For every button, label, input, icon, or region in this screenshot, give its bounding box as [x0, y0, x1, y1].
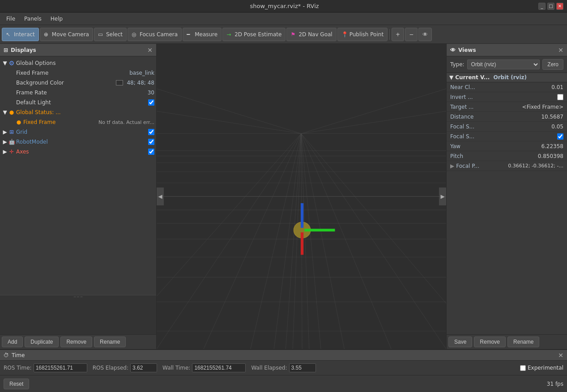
timebar-header: ⏱ Time ✕ — [0, 350, 567, 361]
near-cl-row[interactable]: Near Cl... 0.01 — [447, 82, 567, 92]
measure-button[interactable]: ━ Measure — [183, 28, 222, 41]
camera-icon: 👁 — [422, 31, 428, 38]
axes-expand[interactable]: ▶ — [2, 149, 8, 155]
move-camera-icon: ⊕ — [44, 31, 50, 38]
publish-point-button[interactable]: 📍 Publish Point — [337, 28, 388, 41]
distance-row[interactable]: Distance 10.5687 — [447, 112, 567, 122]
measure-icon: ━ — [187, 31, 193, 38]
views-section-expand[interactable]: ▼ — [449, 74, 453, 81]
select-button[interactable]: ▭ Select — [94, 28, 127, 41]
axes-checkbox[interactable] — [148, 149, 154, 155]
yaw-row[interactable]: Yaw 6.22358 — [447, 141, 567, 151]
menu-file[interactable]: File — [2, 14, 20, 24]
robotmodel-checkbox[interactable] — [148, 139, 154, 145]
experimental-checkbox[interactable] — [520, 365, 526, 371]
experimental-field: Experimental — [520, 365, 563, 371]
views-panel-close[interactable]: ✕ — [558, 47, 563, 54]
frame-rate-row[interactable]: Frame Rate 30 — [0, 88, 156, 98]
axes-row[interactable]: ▶ ✛ Axes — [0, 147, 156, 157]
target-row[interactable]: Target ... <Fixed Frame> — [447, 102, 567, 112]
time-icon: ⏱ — [4, 352, 9, 358]
views-type-select[interactable]: Orbit (rviz) — [467, 60, 540, 69]
rename-display-button[interactable]: Rename — [94, 337, 126, 347]
pitch-row[interactable]: Pitch 0.850398 — [447, 151, 567, 161]
3d-viewport[interactable]: ◀ ▶ — [157, 44, 446, 349]
global-status-label: Global Status: ... — [16, 109, 154, 115]
global-status-expand[interactable]: ▼ — [2, 109, 8, 115]
global-status-row[interactable]: ▼ ● Global Status: ... — [0, 107, 156, 117]
move-camera-button[interactable]: ⊕ Move Camera — [40, 28, 93, 41]
save-view-button[interactable]: Save — [448, 337, 472, 347]
remove-display-button[interactable]: Remove — [60, 337, 92, 347]
global-status-icon: ● — [8, 109, 15, 116]
focus-camera-icon: ◎ — [132, 31, 138, 38]
panel-extra-area — [0, 298, 156, 334]
focal-s2-row[interactable]: Focal S... — [447, 132, 567, 141]
grid-checkbox[interactable] — [148, 129, 154, 135]
viewport-canvas[interactable]: ◀ ▶ — [157, 44, 446, 349]
grid-expand[interactable]: ▶ — [2, 129, 8, 135]
grid-row[interactable]: ▶ ⊞ Grid — [0, 127, 156, 137]
pose-estimate-button[interactable]: → 2D Pose Estimate — [222, 28, 286, 41]
focal-p-expand[interactable]: ▶ — [450, 163, 454, 169]
focal-p-value: 0.36612; -0.36612; -... — [508, 163, 563, 169]
invert-row[interactable]: Invert ... — [447, 92, 567, 102]
displays-panel-close[interactable]: ✕ — [147, 47, 153, 54]
views-panel-title-row: 👁 Views — [450, 47, 476, 53]
focus-camera-button[interactable]: ◎ Focus Camera — [128, 28, 182, 41]
wall-elapsed-input[interactable] — [289, 363, 316, 372]
wall-time-input[interactable] — [192, 363, 246, 372]
focal-s2-checkbox[interactable] — [557, 133, 563, 140]
robotmodel-expand[interactable]: ▶ — [2, 139, 8, 145]
global-options-label: Global Options — [16, 60, 154, 66]
maximize-button[interactable]: □ — [547, 3, 554, 10]
ros-time-input[interactable] — [34, 363, 87, 372]
duplicate-display-button[interactable]: Duplicate — [25, 337, 59, 347]
reset-button[interactable]: Reset — [4, 379, 29, 389]
focus-camera-label: Focus Camera — [140, 31, 178, 38]
frame-rate-label: Frame Rate — [16, 89, 146, 96]
focal-s1-row[interactable]: Focal S... 0.05 — [447, 122, 567, 132]
invert-checkbox[interactable] — [557, 94, 563, 100]
window-controls[interactable]: _ □ ✕ — [538, 3, 563, 10]
viewport-scroll-right[interactable]: ▶ — [439, 187, 446, 205]
menu-help[interactable]: Help — [46, 14, 67, 24]
rename-view-button[interactable]: Rename — [507, 337, 539, 347]
viewport-scroll-left[interactable]: ◀ — [157, 187, 164, 205]
add-btn[interactable]: + — [392, 28, 404, 41]
menu-panels[interactable]: Panels — [20, 14, 46, 24]
fixed-frame-status-icon: ● — [15, 119, 22, 126]
fixed-frame-row[interactable]: Fixed Frame base_link — [0, 68, 156, 78]
bg-color-label: Background Color — [16, 80, 116, 86]
views-section-label: Current V... — [455, 74, 490, 81]
focal-p-row[interactable]: ▶ Focal P... 0.36612; -0.36612; -... — [447, 161, 567, 171]
bg-color-row[interactable]: Background Color 48; 48; 48 — [0, 78, 156, 88]
default-light-row[interactable]: Default Light — [0, 98, 156, 107]
displays-panel-title-row: ⊞ Displays — [4, 47, 36, 53]
robotmodel-row[interactable]: ▶ 🤖 RobotModel — [0, 137, 156, 147]
toolbar: ↖ Interact ⊕ Move Camera ▭ Select ◎ Focu… — [0, 25, 567, 44]
ros-elapsed-input[interactable] — [130, 363, 157, 372]
global-options-row[interactable]: ▼ ⚙ Global Options — [0, 58, 156, 68]
add-display-button[interactable]: Add — [2, 337, 23, 347]
camera-btn[interactable]: 👁 — [418, 28, 432, 41]
displays-panel: ⊞ Displays ✕ ▼ ⚙ Global Options Fixed Fr… — [0, 44, 157, 349]
fixed-frame-status-row[interactable]: ● Fixed Frame No tf data. Actual err... — [0, 117, 156, 127]
remove-view-button[interactable]: Remove — [474, 337, 506, 347]
bg-color-value: 48; 48; 48 — [127, 80, 154, 86]
minimize-button[interactable]: _ — [538, 3, 546, 10]
global-options-expand[interactable]: ▼ — [2, 60, 8, 66]
interact-button[interactable]: ↖ Interact — [2, 28, 39, 41]
views-content: ▼ Current V... Orbit (rviz) Near Cl... 0… — [447, 73, 567, 334]
views-section-header[interactable]: ▼ Current V... Orbit (rviz) — [447, 73, 567, 82]
close-button[interactable]: ✕ — [556, 3, 563, 10]
nav-goal-button[interactable]: ⚑ 2D Nav Goal — [286, 28, 336, 41]
views-zero-button[interactable]: Zero — [542, 59, 563, 70]
timebar-close[interactable]: ✕ — [558, 352, 563, 359]
measure-label: Measure — [195, 31, 217, 38]
focal-s2-label: Focal S... — [450, 133, 557, 140]
panel-resize-handle[interactable]: ─ ─ ─ — [0, 295, 156, 298]
default-light-checkbox[interactable] — [148, 99, 154, 106]
bg-color-swatch[interactable] — [116, 80, 123, 85]
minus-btn[interactable]: − — [405, 28, 418, 41]
